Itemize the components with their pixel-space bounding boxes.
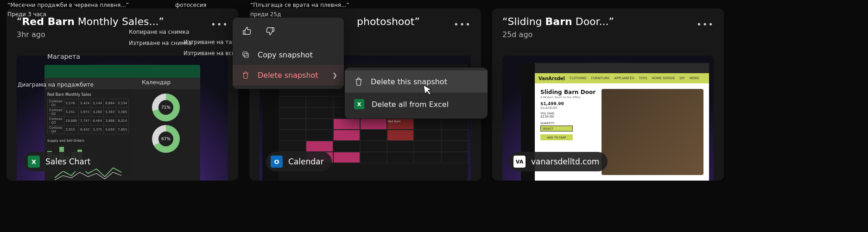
chip-label: Calendar (288, 157, 323, 166)
excel-table: Contoso - Q15,5765,4245,1446,8845,534 Co… (47, 99, 129, 134)
svg-rect-1 (243, 52, 247, 56)
website-icon: VA (513, 156, 526, 168)
copy-icon (241, 50, 250, 59)
delete-submenu: Delete this snapshot X Delete all from E… (345, 68, 488, 119)
product-title: Sliding Barn Door (540, 89, 596, 95)
context-menu: Copy snapshot Delete snapshot ❯ (233, 18, 344, 89)
qty-select: SELECT (540, 125, 573, 132)
trash-icon (241, 70, 250, 80)
menu-label: Delete all from Excel (372, 100, 449, 109)
site-nav: VanArsdel CLOTHINGFURNITUREAPPLIANCESTOY… (535, 73, 709, 83)
menu-label: Delete this snapshot (371, 77, 447, 86)
menu-delete-this-snapshot[interactable]: Delete this snapshot (345, 70, 488, 93)
more-button[interactable]: ••• (454, 16, 471, 32)
menu-label: Copy snapshot (258, 50, 313, 59)
menu-copy-snapshot[interactable]: Copy snapshot (233, 44, 344, 65)
source-chip[interactable]: O Calendar (266, 152, 332, 171)
card-title: “Sliding Barn Door...” (502, 16, 614, 27)
outlook-icon: O (271, 156, 283, 168)
card-title: “Red Barn Monthly Sales...” (17, 16, 164, 27)
chevron-right-icon: ❯ (332, 72, 337, 79)
menu-delete-snapshot[interactable]: Delete snapshot ❯ (233, 65, 344, 85)
more-button[interactable]: ••• (211, 16, 228, 32)
card-timestamp: 3hr ago (17, 30, 164, 39)
add-to-cart: ADD TO CART (540, 134, 573, 140)
card-timestamp: 25d ago (502, 30, 614, 39)
chip-label: Sales Chart (45, 157, 90, 166)
excel-icon: X (354, 99, 364, 109)
source-chip[interactable]: X Sales Chart (23, 152, 99, 171)
source-chip[interactable]: VA vanarsdelltd.com (509, 152, 608, 171)
menu-delete-all-excel[interactable]: X Delete all from Excel (345, 93, 488, 116)
excel-heading: Red Barn Monthly Sales (47, 93, 129, 97)
old-price: $1,649.99 (540, 106, 596, 110)
thumbs-down-icon[interactable] (265, 26, 275, 38)
svg-rect-0 (244, 53, 248, 57)
excel-subheading: Supply and Sell Orders (47, 139, 129, 143)
menu-label: Delete snapshot (258, 71, 318, 80)
price: $1,499.99 (540, 101, 596, 106)
snapshot-card[interactable]: “Red Barn Monthly Sales...” 3hr ago ••• … (6, 8, 238, 181)
thumbs-up-icon[interactable] (242, 26, 252, 38)
product-subtitle: A Modern Touch to the Office (540, 95, 596, 99)
snapshot-card[interactable]: “Sliding Barn Door...” 25d ago ••• VanAr… (492, 8, 724, 181)
donut-chart: 71% (152, 94, 180, 121)
donut-chart: 67% (152, 125, 180, 153)
product-image (602, 89, 703, 175)
more-button[interactable]: ••• (697, 16, 714, 32)
trash-icon (354, 77, 363, 86)
excel-icon: X (28, 156, 40, 168)
chip-label: vanarsdelltd.com (531, 157, 599, 166)
